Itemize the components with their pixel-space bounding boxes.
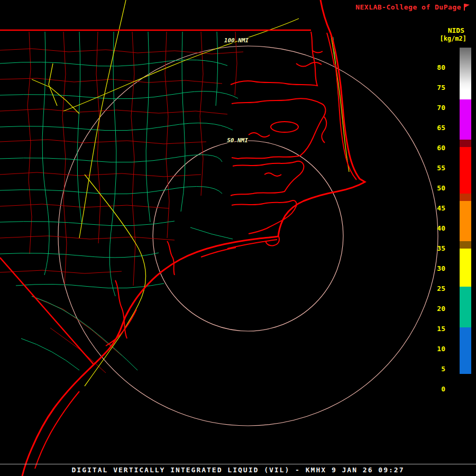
colorbar-segments xyxy=(460,48,471,418)
product-title: DIGITAL VERTICALLY INTEGRATED LIQUID (VI… xyxy=(0,466,476,474)
colorbar-segment xyxy=(460,241,471,249)
colorbar-tick-label: 20 xyxy=(423,305,445,313)
colorbar-tick-label: 45 xyxy=(423,204,445,212)
colorbar-segment xyxy=(460,287,471,327)
nc-sc-border xyxy=(0,258,94,365)
colorbar: 80757065605550454035302520151050 xyxy=(423,48,474,419)
brand-line: NEXLAB-College of DuPage xyxy=(355,3,470,11)
colorbar-segment xyxy=(460,249,471,287)
product-code-label: NIDS xyxy=(448,26,464,34)
colorbar-tick-label: 50 xyxy=(423,184,445,192)
ring-label-100nmi: 100 NMI xyxy=(224,37,249,44)
units-label: [kg/m2] xyxy=(440,35,466,42)
colorbar-segment xyxy=(460,327,471,374)
colorbar-tick-label: 60 xyxy=(423,144,445,152)
colorbar-segment xyxy=(460,140,471,147)
map-svg: 100 NMI 50 NMI xyxy=(0,0,476,476)
colorbar-tick-label: 35 xyxy=(423,244,445,252)
colorbar-tick-label: 15 xyxy=(423,325,445,333)
colorbar-tick-label: 25 xyxy=(423,285,445,292)
colorbar-tick-label: 0 xyxy=(423,385,445,393)
colorbar-tick-label: 30 xyxy=(423,264,445,272)
colorbar-segment xyxy=(460,99,471,140)
colorbar-segment xyxy=(460,48,471,90)
state-border-lines xyxy=(0,30,311,365)
brand-text: NEXLAB-College of DuPage xyxy=(355,3,461,11)
colorbar-segment xyxy=(460,90,471,99)
colorbar-tick-label: 80 xyxy=(423,63,445,71)
colorbar-segment xyxy=(460,201,471,241)
colorbar-tick-label: 10 xyxy=(423,345,445,353)
colorbar-tick-label: 5 xyxy=(423,365,445,373)
colorbar-segment xyxy=(460,374,471,418)
colorbar-tick-label: 75 xyxy=(423,84,445,91)
inland-water-outlines xyxy=(115,32,326,338)
colorbar-tick-label: 40 xyxy=(423,224,445,232)
colorbar-tick-label: 65 xyxy=(423,124,445,132)
highway-lines xyxy=(32,0,349,386)
radar-display: 100 NMI 50 NMI NEXLAB-College of DuPage … xyxy=(0,0,476,476)
colorbar-segment xyxy=(460,194,471,201)
colorbar-tick-label: 55 xyxy=(423,164,445,172)
ring-label-50nmi: 50 NMI xyxy=(227,137,248,144)
footer-divider xyxy=(0,464,476,464)
colorbar-segment xyxy=(460,147,471,194)
range-ring-50nmi xyxy=(153,141,343,331)
colorbar-tick-label: 70 xyxy=(423,104,445,112)
cod-flag-icon xyxy=(464,4,470,11)
road-lines xyxy=(0,32,340,370)
